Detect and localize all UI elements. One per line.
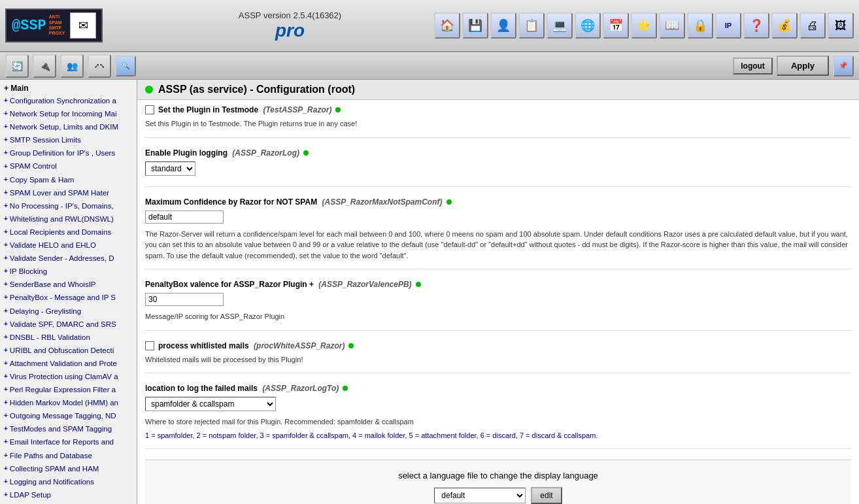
toolbar-monitor-icon[interactable]: 💻	[547, 12, 573, 39]
logout-button[interactable]: logout	[733, 58, 773, 75]
sidebar-item-outgoing[interactable]: + Outgoing Message Tagging, ND	[1, 409, 135, 422]
toolbar-print-icon[interactable]: 🖨	[800, 12, 826, 39]
subheader-search-btn[interactable]: 🔍	[115, 56, 136, 76]
testmode-checkbox[interactable]	[145, 105, 154, 114]
toolbar-donate-icon[interactable]: 💰	[771, 12, 798, 39]
edit-button[interactable]: edit	[531, 487, 562, 504]
logfailed-section: location to log the failed mails (ASSP_R…	[145, 384, 851, 449]
sidebar-item-ldap[interactable]: + LDAP Setup	[1, 488, 135, 501]
penaltybox-header: PenaltyBox valence for ASSP_Razor Plugin…	[145, 280, 851, 289]
subheader-btn-1[interactable]: 🔄	[5, 54, 29, 78]
toolbar-help-icon[interactable]: ❓	[743, 12, 769, 39]
sidebar-item-network-incoming[interactable]: + Network Setup for Incoming Mai	[1, 107, 135, 120]
sidebar-item-uribl[interactable]: + URIBL and Obfuscation Detecti	[1, 344, 135, 357]
version-text: ASSP version 2.5.4(16362)	[146, 10, 434, 20]
toolbar-globe-icon[interactable]: 🌐	[575, 12, 601, 39]
confidence-section: Maximum Confidence by Razor for NOT SPAM…	[145, 197, 851, 270]
sidebar: + Main + Configuration Synchronization a…	[0, 80, 137, 504]
testmode-section: Set the Plugin in Testmode (TestASSP_Raz…	[145, 105, 851, 138]
logfailed-legend: 1 = spamfolder, 2 = notspam folder, 3 = …	[145, 430, 851, 441]
sidebar-item-spf[interactable]: + Validate SPF, DMARC and SRS	[1, 318, 135, 331]
sidebar-item-smtp-session[interactable]: + SMTP Session Limits	[1, 133, 135, 146]
toolbar-home-icon[interactable]: 🏠	[434, 12, 460, 39]
sidebar-item-whitelist[interactable]: + Whitelisting and RWL(DNSWL)	[1, 212, 135, 226]
subheader-btn-3[interactable]: 👥	[60, 54, 84, 78]
sidebar-item-dnsbl[interactable]: + DNSBL - RBL Validation	[1, 331, 135, 344]
sidebar-item-delaying[interactable]: + Delaying - Greylisting	[1, 305, 135, 318]
status-green-dot	[145, 86, 153, 93]
testmode-status-dot	[335, 107, 341, 112]
sidebar-item-collecting-spam[interactable]: + Collecting SPAM and HAM	[1, 462, 135, 475]
logo-box: @SSP ANTI SPAM SMTP PROXY ✉	[5, 8, 103, 42]
sidebar-item-file-paths[interactable]: + File Paths and Database	[1, 449, 135, 462]
logging-select[interactable]: standard verbose off	[145, 161, 195, 176]
subheader-btn-4[interactable]: ⤢⤡	[88, 54, 111, 78]
lang-controls: default edit	[156, 487, 841, 504]
main-layout: + Main + Configuration Synchronization a…	[0, 80, 859, 504]
sidebar-item-local-recipients[interactable]: + Local Recipients and Domains	[1, 226, 135, 239]
sidebar-item-spam-lover[interactable]: + SPAM Lover and SPAM Hater	[1, 186, 135, 199]
sidebar-item-config-sync[interactable]: + Configuration Synchronization a	[1, 94, 135, 107]
sidebar-item-helo[interactable]: + Validate HELO and EHLO	[1, 239, 135, 252]
penaltybox-input[interactable]	[145, 293, 224, 306]
testmode-desc: Set this Plugin in to Testmode. The Plug…	[145, 118, 851, 129]
whitelist-status-dot	[348, 343, 354, 348]
sidebar-item-hmm[interactable]: + Hidden Markov Model (HMM) an	[1, 396, 135, 409]
toolbar-star-icon[interactable]: ⭐	[631, 12, 657, 39]
sidebar-item-network-limits[interactable]: + Network Setup, Limits and DKIM	[1, 120, 135, 133]
subheader-extra-btn[interactable]: 📌	[833, 56, 854, 76]
testmode-param: (TestASSP_Razor)	[263, 105, 331, 114]
toolbar-save-icon[interactable]: 💾	[462, 12, 488, 39]
penaltybox-section: PenaltyBox valence for ASSP_Razor Plugin…	[145, 280, 851, 331]
sidebar-item-spam-control[interactable]: + SPAM Control	[1, 160, 135, 173]
sidebar-item-copy-spam[interactable]: + Copy Spam & Ham	[1, 173, 135, 186]
sidebar-item-testmodes[interactable]: + TestModes and SPAM Tagging	[1, 422, 135, 435]
toolbar-history-icon[interactable]: 🖼	[828, 12, 854, 39]
toolbar-ip-icon[interactable]: IP	[715, 12, 741, 39]
language-select[interactable]: default	[434, 488, 526, 503]
whitelist-checkbox[interactable]	[145, 341, 154, 350]
whitelist-header: process whitlisted mails (procWhiteASSP_…	[145, 341, 851, 350]
plus-icon: +	[4, 84, 8, 93]
toolbar-list-icon[interactable]: 📋	[518, 12, 545, 39]
logfailed-status-dot	[343, 386, 348, 391]
sidebar-item-senderbase[interactable]: + SenderBase and WhoisIP	[1, 278, 135, 291]
confidence-input[interactable]	[145, 210, 224, 224]
penaltybox-param: (ASSP_RazorValencePB)	[318, 280, 411, 289]
logo-img: ✉	[70, 12, 96, 39]
logging-status-dot	[303, 150, 309, 156]
logfailed-title: location to log the failed mails (ASSP_R…	[145, 384, 339, 393]
lang-label: select a language file to change the dis…	[156, 471, 841, 480]
sidebar-item-dns-client[interactable]: + DNS-Client Setup	[1, 501, 135, 504]
logfailed-select[interactable]: spamfolder & ccallspam notspam folder sp…	[145, 397, 276, 411]
toolbar-icons: 🏠 💾 👤 📋 💻 🌐 📅 ⭐ 📖 🔒 IP ❓ 💰 🖨 🖼	[434, 12, 854, 39]
testmode-title: Set the Plugin in Testmode (TestASSP_Raz…	[158, 105, 331, 114]
apply-button[interactable]: Apply	[777, 56, 829, 76]
sidebar-item-regex[interactable]: + Perl Regular Expression Filter a	[1, 383, 135, 396]
toolbar-book-icon[interactable]: 📖	[659, 12, 685, 39]
version-area: ASSP version 2.5.4(16362) pro	[146, 10, 434, 41]
penaltybox-status-dot	[416, 282, 421, 287]
language-select-area: select a language file to change the dis…	[145, 460, 851, 504]
sidebar-item-clamav[interactable]: + Virus Protection using ClamAV a	[1, 370, 135, 383]
content-area: ASSP (as service) - Configuration (root)…	[137, 80, 859, 504]
sidebar-main-item[interactable]: + Main	[1, 82, 135, 94]
logo-text: @SSP	[12, 18, 46, 34]
logging-param: (ASSP_RazorLog)	[232, 148, 299, 158]
penaltybox-title: PenaltyBox valence for ASSP_Razor Plugin…	[145, 280, 412, 289]
config-content: Set the Plugin in Testmode (TestASSP_Raz…	[137, 100, 859, 504]
sidebar-item-logging[interactable]: + Logging and Notifications	[1, 475, 135, 488]
sidebar-item-ip-blocking[interactable]: + IP Blocking	[1, 265, 135, 278]
toolbar-calendar-icon[interactable]: 📅	[603, 12, 629, 39]
toolbar-lock-icon[interactable]: 🔒	[687, 12, 713, 39]
sidebar-item-penaltybox[interactable]: + PenaltyBox - Message and IP S	[1, 291, 135, 304]
logo-area: @SSP ANTI SPAM SMTP PROXY ✉	[5, 8, 146, 42]
penaltybox-desc: Message/IP scoring for ASSP_Razor Plugin	[145, 311, 851, 322]
sidebar-item-attachment[interactable]: + Attachment Validation and Prote	[1, 357, 135, 370]
toolbar-user-icon[interactable]: 👤	[490, 12, 516, 39]
sidebar-item-no-processing[interactable]: + No Processing - IP's, Domains,	[1, 199, 135, 212]
sidebar-item-group-def[interactable]: + Group Definition for IP's , Users	[1, 146, 135, 160]
sidebar-item-email-interface[interactable]: + Email Interface for Reports and	[1, 435, 135, 448]
subheader-btn-2[interactable]: 🔌	[33, 54, 56, 78]
sidebar-item-validate-sender[interactable]: + Validate Sender - Addresses, D	[1, 252, 135, 265]
